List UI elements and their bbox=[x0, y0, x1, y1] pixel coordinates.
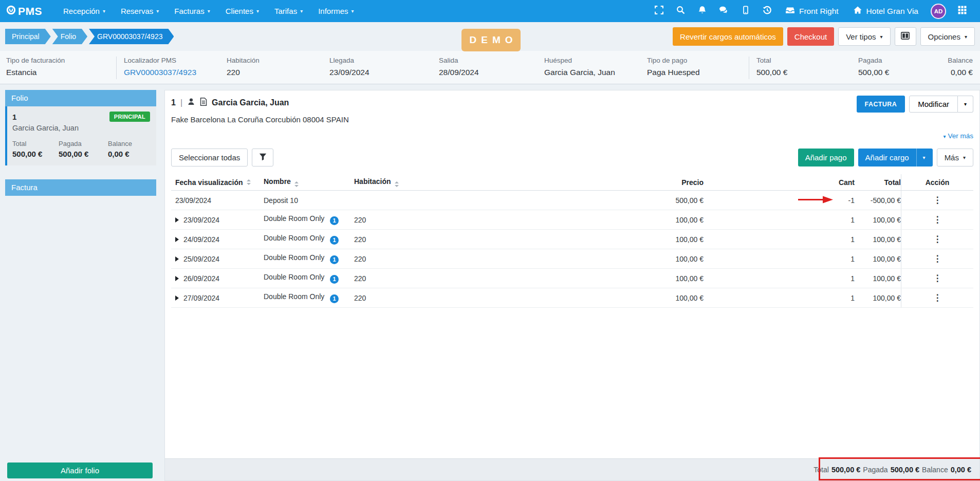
footer-balance-value: 0,00 € bbox=[951, 466, 971, 474]
sort-icon bbox=[247, 179, 251, 185]
search-button[interactable] bbox=[670, 0, 692, 22]
info-paid: Pagada 500,00 € bbox=[858, 57, 939, 77]
row-expander-icon[interactable] bbox=[175, 237, 179, 242]
column-total: Total bbox=[855, 178, 901, 187]
row-expander-icon[interactable] bbox=[175, 276, 179, 281]
table-row[interactable]: 27/09/2024 Double Room Only 1 220 100,00… bbox=[171, 288, 973, 308]
row-count-badge: 1 bbox=[330, 294, 339, 303]
fullscreen-button[interactable] bbox=[649, 0, 670, 22]
modify-dropdown-toggle[interactable]: ▾ bbox=[958, 96, 973, 113]
row-actions-kebab-icon[interactable]: ⋮ bbox=[933, 254, 942, 263]
row-price: 100,00 € bbox=[529, 274, 704, 283]
row-price: 100,00 € bbox=[529, 294, 704, 302]
history-button[interactable] bbox=[756, 0, 778, 22]
add-payment-button[interactable]: Añadir pago bbox=[798, 149, 854, 166]
row-expander-icon[interactable] bbox=[175, 295, 179, 301]
select-all-button[interactable]: Seleccionar todas bbox=[171, 149, 248, 166]
row-qty: -1 bbox=[848, 196, 855, 205]
user-avatar[interactable]: AD bbox=[931, 4, 946, 19]
row-price: 100,00 € bbox=[529, 255, 704, 263]
menu-clientes[interactable]: Clientes▾ bbox=[218, 0, 267, 22]
table-row[interactable]: 23/09/2024 Deposit 10 500,00 € bbox=[171, 191, 973, 210]
chevron-down-icon: ▾ bbox=[880, 34, 883, 40]
view-types-button[interactable]: Ver tipos▾ bbox=[838, 27, 890, 46]
row-actions-kebab-icon[interactable]: ⋮ bbox=[933, 215, 942, 224]
add-folio-button[interactable]: Añadir folio bbox=[7, 462, 153, 478]
table-row[interactable]: 25/09/2024 Double Room Only 1 220 100,00… bbox=[171, 249, 973, 269]
ver-mas-link[interactable]: ▾Ver más bbox=[171, 132, 973, 140]
workstation-tray-icon bbox=[785, 6, 795, 16]
guest-header: 1 | Garcia Garcia, Juan bbox=[171, 98, 349, 108]
column-fecha[interactable]: Fecha visualización bbox=[171, 178, 264, 187]
sort-icon bbox=[294, 181, 299, 187]
options-button[interactable]: Opciones▾ bbox=[920, 27, 975, 46]
bell-icon bbox=[698, 6, 707, 16]
folio-balance: Balance 0,00 € bbox=[108, 140, 150, 158]
guest-document-icon[interactable] bbox=[200, 98, 207, 108]
revert-charges-button[interactable]: Revertir cargos automáticos bbox=[673, 27, 783, 46]
checkout-button[interactable]: Checkout bbox=[787, 27, 834, 46]
row-total: 100,00 € bbox=[855, 216, 901, 224]
folio-detail-card: 1 | Garcia Garcia, Juan Fake Barcelona L… bbox=[164, 90, 980, 481]
row-actions-kebab-icon[interactable]: ⋮ bbox=[933, 196, 942, 205]
row-actions-kebab-icon[interactable]: ⋮ bbox=[933, 274, 942, 283]
chevron-down-icon: ▾ bbox=[300, 8, 303, 14]
folio-totals-footer: Total500,00 € Pagada500,00 € Balance0,00… bbox=[165, 458, 979, 480]
menu-recepcion[interactable]: Recepción▾ bbox=[56, 0, 113, 22]
breadcrumb-principal[interactable]: Principal bbox=[5, 29, 51, 44]
workstation-label: Front Right bbox=[799, 7, 839, 16]
table-row[interactable]: 24/09/2024 Double Room Only 1 220 100,00… bbox=[171, 230, 973, 249]
row-date: 26/09/2024 bbox=[183, 274, 219, 283]
info-pms-locator: Localizador PMS GRV00003037/4923 bbox=[124, 57, 227, 77]
add-charge-button[interactable]: Añadir cargo ▾ bbox=[858, 149, 933, 166]
apps-grid-button[interactable] bbox=[951, 0, 973, 22]
menu-facturas[interactable]: Facturas▾ bbox=[167, 0, 217, 22]
row-expander-icon[interactable] bbox=[175, 217, 179, 223]
folio-item[interactable]: 1 PRINCIPAL Garcia Garcia, Juan Total 50… bbox=[5, 106, 156, 165]
breadcrumb-locator[interactable]: GRV00003037/4923 bbox=[89, 29, 174, 44]
row-date: 23/09/2024 bbox=[175, 196, 211, 205]
app-logo[interactable]: PMS bbox=[6, 5, 42, 17]
workstation-button[interactable]: Front Right bbox=[778, 0, 846, 22]
hotel-button[interactable]: Hotel Gran Via bbox=[846, 0, 926, 22]
columns-icon bbox=[901, 32, 910, 41]
chat-icon bbox=[719, 6, 729, 16]
modify-button[interactable]: Modificar bbox=[909, 96, 958, 113]
row-qty: 1 bbox=[850, 274, 855, 283]
sort-icon bbox=[395, 181, 399, 187]
chevron-down-icon: ▾ bbox=[156, 8, 159, 14]
breadcrumb-folio[interactable]: Folio bbox=[52, 29, 87, 44]
factura-button[interactable]: FACTURA bbox=[857, 96, 905, 113]
hotel-label: Hotel Gran Via bbox=[866, 7, 918, 16]
breadcrumb: Principal Folio GRV00003037/4923 bbox=[5, 29, 175, 44]
menu-informes[interactable]: Informes▾ bbox=[310, 0, 361, 22]
column-habitacion[interactable]: Habitación bbox=[354, 177, 529, 187]
row-actions-kebab-icon[interactable]: ⋮ bbox=[933, 235, 942, 244]
row-actions-kebab-icon[interactable]: ⋮ bbox=[933, 293, 942, 302]
row-name: Deposit 10 bbox=[264, 196, 298, 205]
menu-reservas[interactable]: Reservas▾ bbox=[113, 0, 167, 22]
folio-panel-header: Folio bbox=[5, 90, 156, 106]
notifications-button[interactable] bbox=[692, 0, 713, 22]
more-button[interactable]: Más▾ bbox=[937, 149, 973, 166]
table-row[interactable]: 23/09/2024 Double Room Only 1 220 100,00… bbox=[171, 210, 973, 230]
row-price: 500,00 € bbox=[529, 196, 704, 205]
divider bbox=[116, 57, 117, 79]
columns-view-button[interactable] bbox=[895, 27, 916, 46]
chat-button[interactable] bbox=[713, 0, 735, 22]
fullscreen-icon bbox=[655, 6, 663, 16]
guest-person-icon[interactable] bbox=[187, 98, 195, 108]
mobile-device-button[interactable] bbox=[735, 0, 756, 22]
row-room: 220 bbox=[354, 294, 529, 302]
chevron-down-icon: ▾ bbox=[943, 134, 946, 139]
row-total: -500,00 € bbox=[855, 196, 901, 205]
table-row[interactable]: 26/09/2024 Double Room Only 1 220 100,00… bbox=[171, 269, 973, 288]
row-expander-icon[interactable] bbox=[175, 256, 179, 262]
principal-badge: PRINCIPAL bbox=[109, 112, 150, 122]
locator-link[interactable]: GRV00003037/4923 bbox=[124, 68, 227, 77]
row-qty: 1 bbox=[850, 216, 855, 224]
row-qty: 1 bbox=[850, 294, 855, 302]
filter-button[interactable] bbox=[252, 149, 273, 166]
menu-tarifas[interactable]: Tarifas▾ bbox=[267, 0, 310, 22]
column-nombre[interactable]: Nombre bbox=[264, 177, 354, 187]
